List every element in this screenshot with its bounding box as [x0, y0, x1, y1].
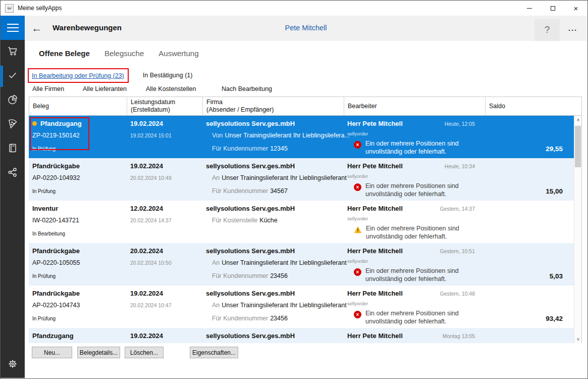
- properties-button[interactable]: Eigenschaften...: [190, 347, 238, 358]
- cell-leistungsdatum: 12.02.2024 20.02.2024 14:37: [127, 201, 202, 243]
- partner-prefix: Von: [212, 132, 223, 139]
- table-row[interactable]: Pfandrückgabe AP-0220-104743 In Prüfung …: [29, 286, 574, 328]
- company-name: sellysolutions Serv.ges.mbH: [206, 162, 295, 170]
- column-header-firma[interactable]: Firma(Absender / Empfänger): [203, 97, 344, 115]
- editor-name: Herr Pete Mitchell: [347, 247, 403, 255]
- service-date: 19.02.2024: [130, 120, 163, 127]
- table-row[interactable]: Pfandzugang 19.02.2024 sellysolutions Se…: [29, 328, 574, 343]
- partner-value: Unser Trainingslieferant Ihr Lieblingsli…: [225, 132, 350, 139]
- tab-offene-belege[interactable]: Offene Belege: [39, 49, 90, 58]
- sidebar-item-tasks[interactable]: [1, 64, 25, 88]
- tab-belegsuche[interactable]: Belegsuche: [104, 49, 144, 58]
- close-icon: ×: [574, 5, 578, 12]
- filter-alle-lieferanten[interactable]: Alle Lieferanten: [83, 85, 146, 92]
- warning-icon: [354, 226, 362, 241]
- filter-in-bearbeitung[interactable]: In Bearbeitung oder Prüfung (23): [32, 72, 124, 79]
- filter-nach-bearbeitung[interactable]: Nach Bearbeitung: [222, 85, 272, 92]
- table-header: Beleg Leistungsdatum(Erstelldatum) Firma…: [29, 97, 582, 116]
- cell-firma: sellysolutions Serv.ges.mbH: [202, 328, 344, 343]
- document-status: In Prüfung: [32, 188, 56, 194]
- column-header-bearbeiter[interactable]: Bearbeiter: [344, 97, 486, 115]
- editor-name: Herr Pete Mitchell: [347, 290, 403, 297]
- filter-in-bestaetigung[interactable]: In Bestätigung (1): [143, 72, 193, 79]
- annotation-box-filter: In Bearbeitung oder Prüfung (23): [28, 68, 129, 83]
- settings-button[interactable]: [1, 355, 25, 375]
- partner-value: Unser Trainingslieferant Ihr Lieblingsli…: [222, 259, 346, 266]
- cell-leistungsdatum: 19.02.2024 20.02.2024 10:49: [127, 158, 202, 201]
- table-row[interactable]: Pfandrückgabe AP-0220-105055 In Prüfung …: [29, 243, 574, 286]
- document-details-button[interactable]: Belegdetails...: [77, 347, 120, 358]
- filter-alle-kostenstellen[interactable]: Alle Kostenstellen: [146, 85, 222, 92]
- column-header-saldo[interactable]: Saldo: [486, 97, 582, 115]
- source-app: sellyorder: [347, 216, 368, 221]
- sidebar-item-cart[interactable]: [1, 40, 25, 64]
- app-icon: W: [5, 4, 14, 13]
- customer-number-value: 23456: [270, 272, 288, 279]
- cell-firma: sellysolutions Serv.ges.mbH AnUnser Trai…: [202, 243, 344, 286]
- document-number: AP-0220-104932: [32, 174, 80, 181]
- cell-bearbeiter: Herr Pete Mitchell Heute, 10:34 sellyord…: [344, 158, 485, 201]
- partner-prefix: An: [212, 302, 220, 309]
- sidebar-item-catalog[interactable]: [1, 137, 25, 161]
- cell-leistungsdatum: 19.02.2024 19.02.2024 15:01: [127, 116, 202, 158]
- editor-name: Herr Pete Mitchell: [347, 120, 403, 127]
- cell-beleg: Pfandrückgabe AP-0220-105055 In Prüfung: [29, 243, 127, 286]
- document-type: Pfandzugang: [32, 332, 74, 340]
- app-window: W Meine sellyApps ×: [0, 0, 588, 379]
- partner-prefix: An: [212, 174, 220, 181]
- maximize-button[interactable]: [541, 1, 564, 16]
- document-number: AP-0220-104743: [32, 302, 80, 309]
- minimize-button[interactable]: [518, 1, 541, 16]
- customer-number-label: Für Kundennummer: [212, 315, 268, 322]
- edit-timestamp: Montag 13:05: [443, 333, 475, 339]
- cell-firma: sellysolutions Serv.ges.mbH VonUnser Tra…: [202, 116, 344, 158]
- cell-beleg: Pfandrückgabe AP-0220-104932 In Prüfung: [29, 158, 127, 201]
- alert-message: Ein oder mehrere Positionen sind unvolls…: [365, 139, 469, 156]
- table-row[interactable]: Inventur IW-0220-143721 In Bearbeitung 1…: [29, 201, 574, 243]
- sidebar-item-reports[interactable]: [1, 88, 25, 113]
- sidebar-item-food[interactable]: [1, 113, 25, 137]
- pie-chart-icon: [7, 93, 19, 108]
- alert-message: Ein oder mehrere Positionen sind unvolls…: [365, 309, 469, 325]
- customer-number-label: Für Kundennummer: [212, 187, 268, 195]
- partner-prefix: Für Kostenstelle: [212, 217, 257, 224]
- tab-auswertung[interactable]: Auswertung: [158, 49, 198, 58]
- filter-alle-firmen[interactable]: Alle Firmen: [32, 85, 83, 92]
- cell-saldo: [485, 201, 574, 243]
- gear-icon: [7, 358, 19, 372]
- column-header-beleg[interactable]: Beleg: [29, 97, 127, 115]
- company-name: sellysolutions Serv.ges.mbH: [206, 205, 295, 212]
- saldo-value: 29,55: [546, 145, 563, 153]
- help-button[interactable]: ?: [534, 19, 560, 41]
- pizza-icon: [7, 118, 19, 132]
- created-date: 20.02.2024 10:47: [130, 302, 172, 308]
- close-button[interactable]: ×: [564, 1, 587, 16]
- status-dot-icon: [32, 121, 37, 126]
- menu-button[interactable]: [1, 16, 25, 40]
- customer-number-value: 23456: [270, 315, 288, 322]
- table-row[interactable]: Pfandzugang ZP-0219-150142 In Prüfung 19…: [29, 116, 574, 158]
- delete-button[interactable]: Löschen...: [125, 347, 164, 358]
- document-number: ZP-0219-150142: [32, 132, 80, 139]
- scroll-up-icon[interactable]: ∧: [574, 116, 582, 124]
- service-date: 12.02.2024: [130, 205, 163, 212]
- column-header-leistungsdatum[interactable]: Leistungsdatum(Erstelldatum): [127, 97, 203, 115]
- page-header: ← Warenbewegungen Pete Mitchell ? ···: [25, 16, 587, 41]
- cart-icon: [7, 45, 19, 59]
- window-title: Meine sellyApps: [18, 5, 62, 12]
- cell-bearbeiter: Herr Pete Mitchell Heute, 12:05 sellyord…: [344, 116, 485, 158]
- edit-timestamp: Gestern, 10:48: [440, 291, 475, 297]
- table-row[interactable]: Pfandrückgabe AP-0220-104932 In Prüfung …: [29, 158, 574, 201]
- alert-message: Ein oder mehrere Positionen sind unvolls…: [366, 224, 469, 241]
- scrollbar-thumb[interactable]: [575, 126, 581, 167]
- new-button[interactable]: Neu...: [32, 347, 72, 358]
- user-name[interactable]: Pete Mitchell: [25, 24, 587, 32]
- scroll-down-icon[interactable]: ∨: [574, 335, 582, 343]
- edit-timestamp: Heute, 10:34: [445, 163, 475, 169]
- table-body-wrap: Pfandzugang ZP-0219-150142 In Prüfung 19…: [29, 116, 582, 343]
- sidebar-item-share[interactable]: [1, 161, 25, 185]
- more-button[interactable]: ···: [563, 19, 583, 41]
- document-status: In Prüfung: [32, 273, 56, 279]
- vertical-scrollbar[interactable]: ∧ ∨: [574, 116, 581, 343]
- error-icon: ×: [354, 311, 361, 318]
